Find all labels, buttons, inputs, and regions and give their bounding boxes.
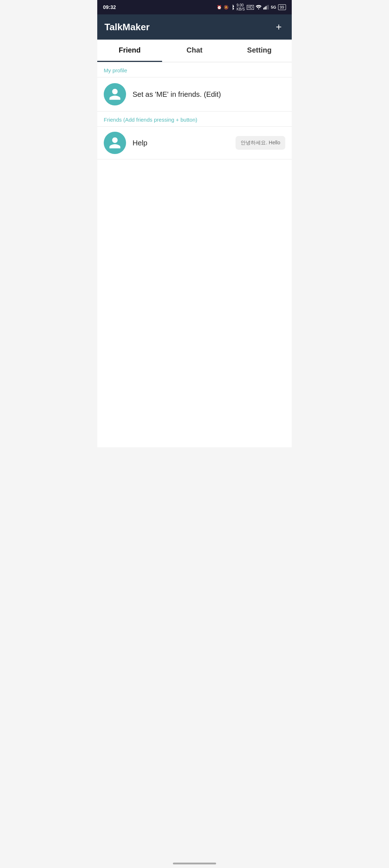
bottom-nav-indicator (173, 863, 216, 864)
hd-icon: HD (247, 5, 254, 10)
svg-rect-4 (267, 5, 268, 9)
svg-point-0 (258, 8, 259, 9)
bluetooth-icon (231, 4, 235, 10)
my-profile-name: Set as 'ME' in friends. (Edit) (133, 90, 285, 99)
status-icons: ⏰ 🔕 9.00KB/S HD (217, 3, 286, 11)
tab-chat[interactable]: Chat (162, 40, 227, 62)
mute-icon: 🔕 (224, 5, 229, 10)
svg-rect-1 (263, 8, 264, 10)
content-area: My profile Set as 'ME' in friends. (Edit… (97, 62, 292, 447)
friend-avatar (104, 132, 126, 154)
svg-rect-3 (265, 6, 266, 10)
person-icon (108, 87, 122, 101)
status-time: 09:32 (103, 4, 116, 10)
alarm-icon: ⏰ (217, 5, 222, 10)
tab-setting[interactable]: Setting (227, 40, 292, 62)
app-title: TalkMaker (104, 22, 149, 33)
friend-name: Help (133, 139, 229, 147)
friends-section-label: Friends (Add friends pressing + button) (97, 112, 292, 126)
data-speed: 9.00KB/S (237, 3, 245, 11)
my-profile-label: My profile (97, 62, 292, 77)
svg-rect-2 (264, 7, 265, 9)
tab-bar: Friend Chat Setting (97, 40, 292, 62)
5g-label: 5G (271, 5, 276, 9)
status-bar: 09:32 ⏰ 🔕 9.00KB/S HD (97, 0, 292, 14)
friend-person-icon (108, 136, 122, 150)
signal-bars (263, 5, 269, 10)
battery-icon: 99 (278, 4, 286, 10)
friend-row[interactable]: Help 안녕하세요. Hello (97, 127, 292, 159)
app-header: TalkMaker + (97, 14, 292, 40)
last-message-bubble: 안녕하세요. Hello (236, 136, 285, 150)
wifi-icon (256, 5, 261, 9)
empty-content (97, 159, 292, 447)
tab-friend[interactable]: Friend (97, 40, 162, 62)
my-profile-avatar (104, 83, 126, 105)
svg-rect-5 (268, 5, 269, 10)
my-profile-row[interactable]: Set as 'ME' in friends. (Edit) (97, 77, 292, 111)
add-button[interactable]: + (273, 21, 285, 33)
